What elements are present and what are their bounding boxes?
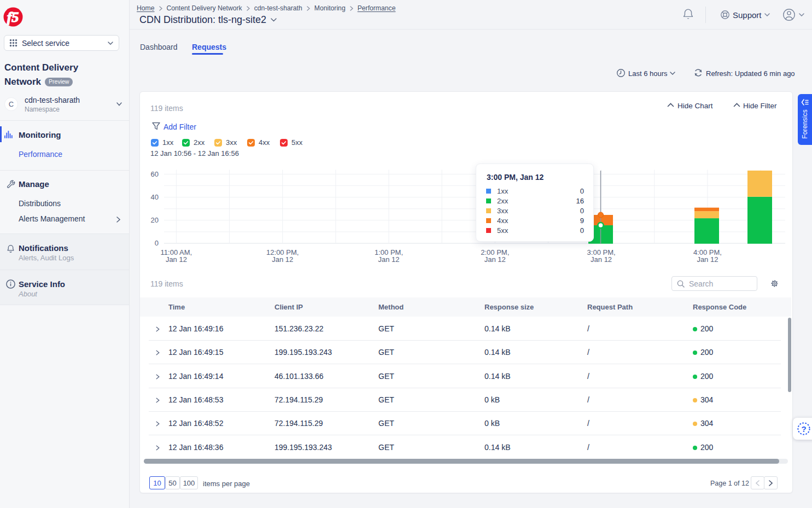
- svg-text:Jan 12: Jan 12: [378, 255, 399, 264]
- svg-text:Jan 12: Jan 12: [166, 255, 187, 264]
- svg-text:Jan 12: Jan 12: [697, 255, 718, 264]
- svg-text:Jan 12: Jan 12: [272, 255, 293, 264]
- svg-text:40: 40: [151, 193, 159, 201]
- svg-text:0: 0: [155, 239, 159, 247]
- svg-text:Jan 12: Jan 12: [591, 255, 612, 264]
- svg-text:?: ?: [801, 424, 806, 434]
- svg-text:f5: f5: [7, 9, 19, 25]
- svg-text:60: 60: [151, 170, 159, 178]
- svg-text:20: 20: [151, 216, 159, 224]
- svg-text:Jan 12: Jan 12: [484, 255, 506, 264]
